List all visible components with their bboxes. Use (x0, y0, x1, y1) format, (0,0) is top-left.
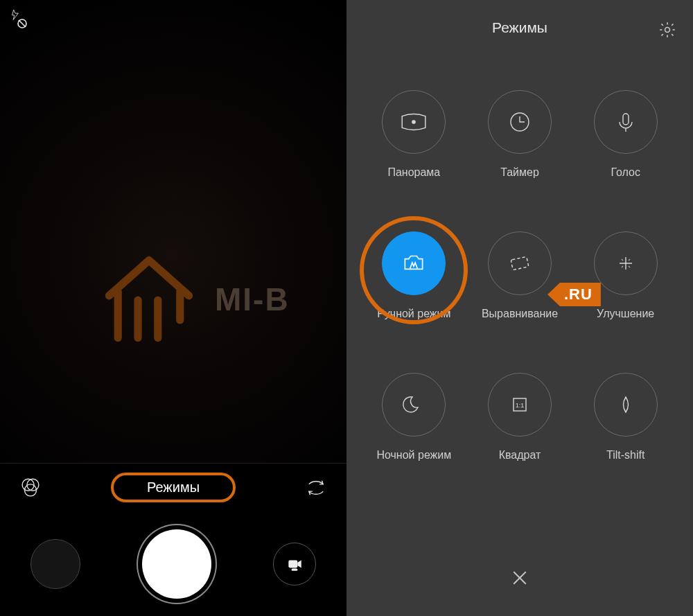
close-icon[interactable] (509, 567, 530, 591)
enhance-icon (594, 231, 658, 295)
svg-text:1:1: 1:1 (516, 402, 525, 409)
mode-enhance[interactable]: Улучшение (576, 231, 675, 320)
timer-icon (488, 90, 552, 154)
camera-viewfinder-screen: MI-B Режимы (0, 0, 346, 616)
modes-title: Режимы (492, 19, 547, 36)
svg-rect-6 (291, 569, 297, 571)
mode-straighten[interactable]: Выравнивание (471, 231, 570, 320)
night-icon (382, 373, 446, 437)
gear-icon[interactable] (658, 21, 676, 42)
mode-label: Выравнивание (482, 308, 558, 320)
straighten-icon (488, 231, 552, 295)
svg-rect-10 (623, 114, 629, 125)
mode-label: Голос (611, 166, 640, 179)
svg-rect-11 (511, 256, 529, 270)
svg-line-1 (19, 20, 26, 27)
voice-icon (594, 90, 658, 154)
manual-icon (382, 231, 446, 295)
camera-toolbar: Режимы (0, 463, 346, 511)
mode-tiltshift[interactable]: Tilt-shift (576, 373, 675, 461)
mode-label: Улучшение (597, 308, 654, 320)
video-mode-button[interactable] (273, 543, 316, 586)
mode-label: Tilt-shift (606, 449, 644, 461)
panorama-icon (382, 90, 446, 154)
mode-label: Панорама (387, 166, 440, 179)
mode-label: Квадрат (499, 449, 541, 461)
modes-button-label: Режимы (147, 479, 200, 495)
viewfinder[interactable]: MI-B (0, 0, 346, 464)
svg-point-8 (412, 121, 415, 123)
modes-grid: Панорама Таймер Голос (365, 90, 675, 461)
mode-manual[interactable]: Ручной режим (365, 231, 464, 320)
mode-night[interactable]: Ночной режим (365, 373, 464, 461)
filters-icon[interactable] (17, 474, 44, 502)
camera-modes-screen: Режимы Панорама Таймер (346, 0, 693, 616)
svg-point-7 (665, 28, 670, 33)
shutter-button[interactable] (142, 529, 211, 599)
mode-panorama[interactable]: Панорама (365, 90, 464, 179)
watermark-logo-icon (94, 243, 204, 353)
square-icon: 1:1 (488, 373, 552, 437)
gallery-preview-button[interactable] (30, 539, 80, 589)
switch-camera-icon[interactable] (302, 474, 330, 502)
shutter-bar (0, 512, 346, 616)
mode-label: Таймер (500, 166, 539, 179)
mode-square[interactable]: 1:1 Квадрат (471, 373, 570, 461)
mode-label: Ночной режим (376, 449, 451, 461)
flash-mode-icon[interactable] (8, 8, 29, 32)
modes-header: Режимы (346, 0, 693, 55)
watermark-text: MI-B (215, 281, 290, 318)
modes-button[interactable]: Режимы (111, 473, 236, 502)
svg-rect-5 (288, 561, 297, 568)
tiltshift-icon (594, 373, 658, 437)
mode-label: Ручной режим (377, 308, 450, 320)
mode-timer[interactable]: Таймер (471, 90, 570, 179)
mode-voice[interactable]: Голос (576, 90, 675, 179)
